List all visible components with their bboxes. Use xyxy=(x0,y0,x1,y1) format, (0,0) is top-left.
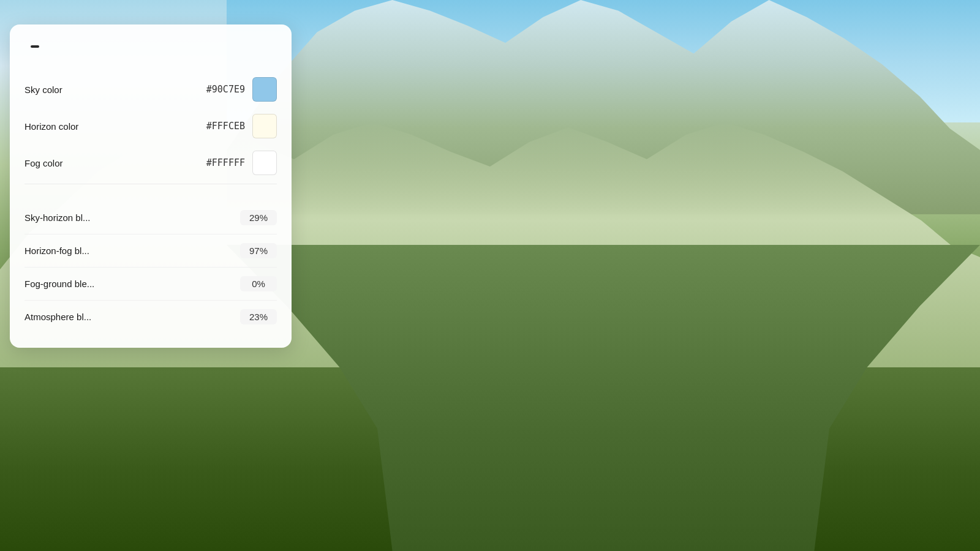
color-rows: Sky color #90C7E9 Horizon color #FFFCEB … xyxy=(24,71,277,181)
color-right-0: #90C7E9 xyxy=(190,77,277,102)
color-label-0: Sky color xyxy=(24,84,104,95)
property-label-2: Fog-ground ble... xyxy=(24,279,94,289)
property-row-0: Sky-horizon bl... 29% xyxy=(24,201,277,234)
title-group xyxy=(24,45,39,48)
sky-panel: Sky color #90C7E9 Horizon color #FFFCEB … xyxy=(10,24,292,348)
divider xyxy=(24,184,277,184)
panel-header xyxy=(24,39,277,54)
property-value-3[interactable]: 23% xyxy=(240,309,277,324)
color-right-1: #FFFCEB xyxy=(190,114,277,138)
color-row-0: Sky color #90C7E9 xyxy=(24,71,277,108)
color-swatch-1[interactable] xyxy=(252,114,277,138)
color-hex-1: #FFFCEB xyxy=(190,121,245,132)
color-swatch-0[interactable] xyxy=(252,77,277,102)
color-label-1: Horizon color xyxy=(24,121,104,132)
color-row-2: Fog color #FFFFFF xyxy=(24,144,277,181)
beta-badge xyxy=(31,45,39,48)
property-value-2[interactable]: 0% xyxy=(240,276,277,291)
color-swatch-2[interactable] xyxy=(252,151,277,175)
color-label-2: Fog color xyxy=(24,158,104,168)
color-hex-0: #90C7E9 xyxy=(190,84,245,95)
color-hex-2: #FFFFFF xyxy=(190,157,245,168)
property-row-1: Horizon-fog bl... 97% xyxy=(24,234,277,268)
minimize-button[interactable] xyxy=(262,39,277,54)
property-label-3: Atmosphere bl... xyxy=(24,312,91,322)
color-row-1: Horizon color #FFFCEB xyxy=(24,108,277,144)
advanced-properties-header[interactable] xyxy=(24,187,277,201)
property-rows: Sky-horizon bl... 29% Horizon-fog bl... … xyxy=(24,201,277,333)
property-label-0: Sky-horizon bl... xyxy=(24,212,91,223)
property-row-3: Atmosphere bl... 23% xyxy=(24,301,277,333)
property-label-1: Horizon-fog bl... xyxy=(24,246,89,256)
property-value-0[interactable]: 29% xyxy=(240,210,277,225)
property-row-2: Fog-ground ble... 0% xyxy=(24,268,277,301)
color-right-2: #FFFFFF xyxy=(190,151,277,175)
property-value-1[interactable]: 97% xyxy=(240,243,277,258)
